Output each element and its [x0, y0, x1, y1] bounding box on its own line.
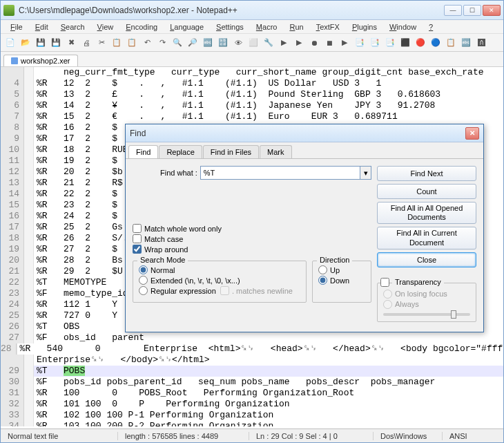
menu-?[interactable]: ? [423, 21, 438, 32]
document-tabs[interactable]: workshop2.xer [1, 52, 503, 67]
editor-line[interactable]: 34%R 103 100 200 P-2 Performing Organiza… [1, 421, 503, 426]
line-content[interactable]: %R 102 100 100 P-1 Performing Organizati… [34, 410, 273, 421]
line-content[interactable]: neg_curr_fmt_type curr_type curr_short_n… [34, 67, 484, 78]
minimize-button[interactable]: — [444, 5, 462, 16]
toolbar-button-3[interactable]: 💾 [49, 36, 63, 50]
toolbar-button-11[interactable]: 🔍 [171, 36, 184, 50]
match-whole-word-checkbox[interactable] [133, 224, 142, 233]
toolbar-button-24[interactable]: 📑 [368, 36, 382, 50]
transparency-checkbox[interactable] [380, 278, 389, 287]
match-case-checkbox[interactable] [133, 234, 142, 243]
line-content[interactable]: %R 15 2 € . , #1.1 (#1.1) Euro EUR 3 0.6… [34, 111, 398, 122]
menu-search[interactable]: Search [55, 21, 90, 32]
editor-line[interactable]: 32%R 101 100 0 P Performing Organization [1, 399, 503, 410]
toolbar-button-0[interactable]: 📄 [3, 36, 17, 50]
toolbar-button-10[interactable]: ↷ [155, 36, 169, 50]
menu-encoding[interactable]: Encoding [120, 21, 163, 32]
toolbar-button-25[interactable]: 📑 [383, 36, 397, 50]
toolbar-button-20[interactable]: ⏺ [307, 36, 321, 50]
toolbar-button-9[interactable]: ↶ [140, 36, 154, 50]
editor-line[interactable]: 5%R 13 2 £ . , #1.1 (#1.1) Pound Sterlin… [1, 89, 503, 100]
line-content[interactable]: %R 22 2 $ [34, 189, 117, 200]
line-content[interactable]: %R 17 2 $ [34, 133, 117, 144]
toolbar-button-15[interactable]: 👁 [231, 36, 245, 50]
menu-macro[interactable]: Macro [251, 21, 283, 32]
line-content[interactable]: %T POBS [34, 366, 85, 377]
dialog-titlebar[interactable]: Find ✕ [126, 124, 483, 142]
line-content[interactable]: %T MEMOTYPE [34, 277, 106, 288]
menu-edit[interactable]: Edit [30, 21, 54, 32]
editor-line[interactable]: neg_curr_fmt_type curr_type curr_short_n… [1, 67, 503, 78]
toolbar-button-23[interactable]: 📑 [353, 36, 367, 50]
toolbar-button-19[interactable]: ▶ [292, 36, 306, 50]
toolbar-button-5[interactable]: 🖨 [79, 36, 93, 50]
mode-extended-radio[interactable] [139, 276, 148, 285]
line-content[interactable]: %T OBS [34, 321, 79, 332]
close-dialog-button[interactable]: Close [377, 252, 476, 267]
line-content[interactable]: %R 12 2 $ . , #1.1 (#1.1) US Dollar USD … [34, 78, 381, 89]
toolbar-button-30[interactable]: 🔤 [459, 36, 473, 50]
editor-line[interactable]: 31%R 100 0 POBS_Root Performing Organiza… [1, 388, 503, 399]
line-content[interactable]: Enterprise␍␊ </body>␍␊</html> [34, 355, 210, 366]
line-content[interactable]: %F obs_id parent [34, 332, 144, 343]
wrap-around-checkbox[interactable] [133, 245, 142, 254]
dlg-tab-mark[interactable]: Mark [260, 145, 291, 158]
line-content[interactable]: %R 16 2 $ [34, 122, 117, 133]
toolbar-button-7[interactable]: 📋 [110, 36, 124, 50]
toolbar-button-1[interactable]: 📂 [19, 36, 32, 50]
line-content[interactable]: %R 101 100 0 P Performing Organization [34, 399, 290, 410]
line-content[interactable]: %R 14 2 ¥ . , #1.1 (#1.1) Japanese Yen J… [34, 100, 435, 111]
find-all-current-button[interactable]: Find All in Current Document [377, 227, 476, 249]
dlg-tab-replace[interactable]: Replace [159, 145, 202, 158]
menu-language[interactable]: Language [164, 21, 209, 32]
editor-line[interactable]: 29%T POBS [1, 366, 503, 377]
editor-line[interactable]: 27%F obs_id parent [1, 332, 503, 343]
find-history-dropdown[interactable]: ▾ [360, 166, 371, 180]
toolbar-button-18[interactable]: ▶ [277, 36, 291, 50]
line-content[interactable]: %F memo_type_id [34, 288, 128, 299]
toolbar-button-16[interactable]: ⬜ [246, 36, 260, 50]
find-input[interactable] [200, 166, 360, 180]
mode-regex-radio[interactable] [139, 286, 148, 295]
editor-line[interactable]: 33%R 102 100 100 P-1 Performing Organiza… [1, 410, 503, 421]
toolbar-button-8[interactable]: 📋 [125, 36, 139, 50]
line-content[interactable]: %R 27 2 $ [34, 244, 117, 255]
toolbar-button-17[interactable]: 🔧 [262, 36, 275, 50]
editor-line[interactable]: 7%R 15 2 € . , #1.1 (#1.1) Euro EUR 3 0.… [1, 111, 503, 122]
menu-run[interactable]: Run [284, 21, 309, 32]
dialog-close-button[interactable]: ✕ [465, 127, 479, 140]
direction-down-radio[interactable] [318, 276, 327, 285]
menu-plugins[interactable]: Plugins [347, 21, 382, 32]
toolbar-button-4[interactable]: ✖ [64, 36, 78, 50]
line-content[interactable]: %R 103 100 200 P-2 Performing Organizati… [34, 421, 273, 426]
toolbar-button-26[interactable]: ⬛ [398, 36, 412, 50]
close-button[interactable]: ✕ [483, 5, 501, 16]
editor-line[interactable]: Enterprise␍␊ </body>␍␊</html> [1, 355, 503, 366]
toolbar-button-12[interactable]: 🔎 [186, 36, 200, 50]
toolbar-button-14[interactable]: 🔡 [216, 36, 230, 50]
editor-line[interactable]: 28%R 540 0 Enterprise <html>␍␊ <head>␍␊ … [1, 343, 503, 355]
toolbar-button-22[interactable]: ▶ [338, 36, 351, 50]
line-content[interactable]: %R 18 2 RUB . [34, 144, 139, 155]
dlg-tab-find-in-files[interactable]: Find in Files [203, 145, 259, 158]
toolbar-button-21[interactable]: ⏹ [322, 36, 336, 50]
mode-normal-radio[interactable] [139, 265, 148, 274]
toolbar-button-28[interactable]: 🔵 [429, 36, 443, 50]
find-next-button[interactable]: Find Next [377, 166, 476, 181]
editor-line[interactable]: 6%R 14 2 ¥ . , #1.1 (#1.1) Japanese Yen … [1, 100, 503, 111]
line-content[interactable]: %R 23 2 $ [34, 200, 117, 211]
line-content[interactable]: %R 540 0 Enterprise <html>␍␊ <head>␍␊ </… [17, 343, 503, 355]
line-content[interactable]: %R 13 2 £ . , #1.1 (#1.1) Pound Sterling… [34, 89, 440, 100]
menu-file[interactable]: File [5, 21, 28, 32]
editor-line[interactable]: 4%R 12 2 $ . , #1.1 (#1.1) US Dollar USD… [1, 78, 503, 89]
menu-textfx[interactable]: TextFX [311, 21, 345, 32]
dlg-tab-find[interactable]: Find [128, 145, 158, 158]
line-content[interactable]: %R 24 2 $ [34, 211, 117, 222]
editor-line[interactable]: 30%F pobs_id pobs_parent_id seq_num pobs… [1, 377, 503, 388]
find-all-opened-button[interactable]: Find All in All Opened Documents [377, 202, 476, 224]
line-content[interactable]: %R 100 0 POBS_Root Performing Organizati… [34, 388, 354, 399]
menu-settings[interactable]: Settings [211, 21, 249, 32]
toolbar[interactable]: 📄📂💾💾✖🖨✂📋📋↶↷🔍🔎🔤🔡👁⬜🔧▶▶⏺⏹▶📑📑📑⬛🔴🔵📋🔤🅰 [1, 34, 503, 52]
line-content[interactable]: %R 19 2 $ [34, 155, 117, 167]
toolbar-button-13[interactable]: 🔤 [201, 36, 215, 50]
